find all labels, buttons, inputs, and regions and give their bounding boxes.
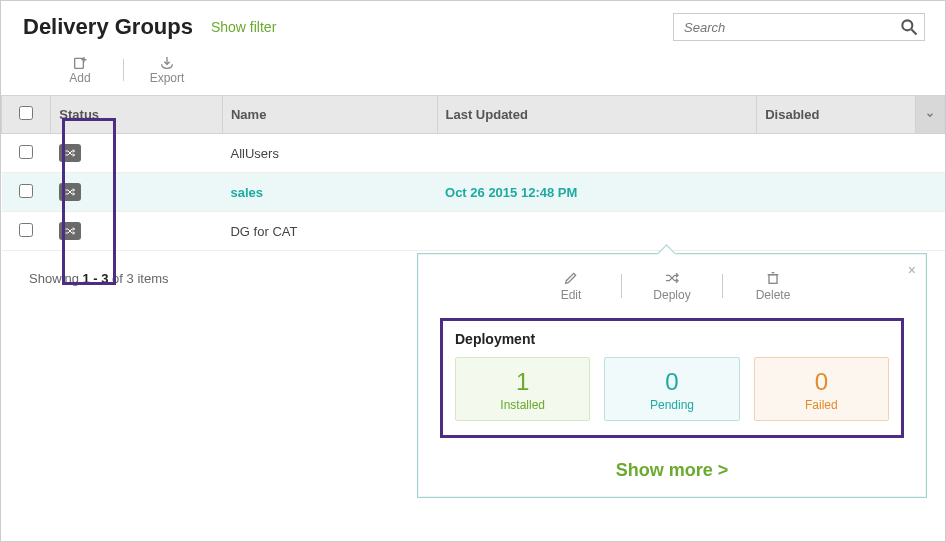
row-last: Oct 26 2015 12:48 PM [437, 173, 757, 212]
row-checkbox[interactable] [19, 145, 33, 159]
svg-line-1 [912, 30, 917, 35]
deploy-button[interactable]: Deploy [640, 270, 704, 302]
pending-stat[interactable]: 0 Pending [604, 357, 739, 421]
deploy-label: Deploy [653, 288, 690, 302]
pending-count: 0 [605, 368, 738, 396]
page-header: Delivery Groups Show filter [1, 1, 945, 49]
delete-label: Delete [756, 288, 791, 302]
export-label: Export [150, 71, 185, 85]
row-last [437, 212, 757, 251]
row-checkbox[interactable] [19, 184, 33, 198]
page-title: Delivery Groups [23, 14, 193, 40]
svg-rect-6 [769, 275, 777, 284]
table-row[interactable]: AllUsers [2, 134, 945, 173]
installed-count: 1 [456, 368, 589, 396]
show-filter-link[interactable]: Show filter [211, 19, 276, 35]
table-row[interactable]: sales Oct 26 2015 12:48 PM [2, 173, 945, 212]
add-button[interactable]: Add [59, 55, 101, 85]
shuffle-icon [59, 144, 81, 162]
delete-button[interactable]: Delete [741, 270, 805, 302]
deployment-panel: Deployment 1 Installed 0 Pending 0 Faile… [440, 318, 904, 438]
deployment-title: Deployment [455, 331, 889, 347]
toolbar-divider [123, 59, 124, 81]
row-checkbox[interactable] [19, 223, 33, 237]
failed-stat[interactable]: 0 Failed [754, 357, 889, 421]
col-checkbox [2, 96, 51, 134]
add-label: Add [69, 71, 90, 85]
select-all-checkbox[interactable] [19, 106, 33, 120]
installed-stat[interactable]: 1 Installed [455, 357, 590, 421]
edit-label: Edit [561, 288, 582, 302]
toolbar: Add Export [1, 49, 945, 95]
installed-label: Installed [456, 398, 589, 412]
col-name[interactable]: Name [222, 96, 437, 134]
search-input[interactable] [673, 13, 925, 41]
row-name: DG for CAT [222, 212, 437, 251]
chevron-down-icon [924, 110, 936, 120]
search-wrap [673, 13, 925, 41]
col-last-updated[interactable]: Last Updated [437, 96, 757, 134]
row-popover: × Edit Deploy Delete Deployment 1 Instal… [417, 253, 927, 498]
shuffle-icon [59, 183, 81, 201]
export-button[interactable]: Export [146, 55, 188, 85]
pending-label: Pending [605, 398, 738, 412]
delivery-groups-table: Status Name Last Updated Disabled AllUse… [1, 95, 945, 251]
svg-point-0 [902, 20, 912, 30]
failed-label: Failed [755, 398, 888, 412]
shuffle-icon [59, 222, 81, 240]
row-name: AllUsers [222, 134, 437, 173]
row-name: sales [222, 173, 437, 212]
edit-button[interactable]: Edit [539, 270, 603, 302]
failed-count: 0 [755, 368, 888, 396]
search-icon[interactable] [899, 17, 919, 37]
popover-sep [722, 274, 723, 298]
popover-sep [621, 274, 622, 298]
table-row[interactable]: DG for CAT [2, 212, 945, 251]
close-icon[interactable]: × [908, 262, 916, 278]
popover-actions: Edit Deploy Delete [418, 254, 926, 312]
col-disabled[interactable]: Disabled [757, 96, 916, 134]
show-more-link[interactable]: Show more > [418, 448, 926, 497]
row-last [437, 134, 757, 173]
col-status[interactable]: Status [51, 96, 223, 134]
col-more[interactable] [915, 96, 944, 134]
